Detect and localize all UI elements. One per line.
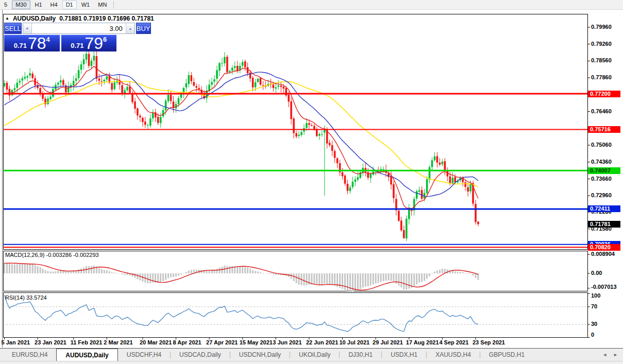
- one-click-trading-panel: SELL ▼ ▲ BUY 0.71 78 4 0.71 79 6: [4, 23, 116, 51]
- hline-price-label: 0.75716: [588, 126, 620, 133]
- buy-price-box[interactable]: 0.71 79 6: [61, 34, 117, 51]
- hline-price-label: 0.70820: [588, 244, 620, 251]
- price-tick-label: 0.79260: [591, 41, 612, 47]
- date-tick-label: 3 Jun 2021: [273, 339, 301, 345]
- rsi-indicator-label: RSI(14) 33.5724: [5, 294, 47, 301]
- macd-axis-label: -0.007013: [591, 284, 617, 290]
- timeframe-button-5[interactable]: 5: [1, 1, 11, 9]
- chart-tab-gbpusd-h1[interactable]: GBPUSD,H1: [480, 349, 533, 361]
- timeframe-toolbar: 5M30H1H4D1W1MN: [0, 0, 623, 10]
- date-tick-label: 23 Sep 2021: [473, 339, 505, 345]
- date-tick-label: 20 Mar 2021: [140, 339, 172, 345]
- sell-price-big: 78: [28, 36, 46, 51]
- volume-decrease-icon[interactable]: ▼: [23, 23, 32, 33]
- sell-price-prefix: 0.71: [14, 42, 27, 49]
- date-tick-label: 4 Sep 2021: [439, 339, 468, 345]
- date-tick-label: 8 Apr 2021: [173, 339, 201, 345]
- chart-tab-usdcnh-daily[interactable]: USDCNH,Daily: [230, 349, 290, 361]
- chart-tab-usdcad-daily[interactable]: USDCAD,Daily: [171, 349, 230, 361]
- chart-tab-usdchf-h4[interactable]: USDCHF,H4: [118, 349, 170, 361]
- chart-plot[interactable]: [0, 0, 623, 364]
- price-tick-label: 0.79960: [591, 24, 612, 30]
- price-tick-label: 0.72960: [591, 192, 612, 198]
- macd-axis-label: 0.008904: [591, 251, 615, 257]
- volume-spinner: ▼ ▲: [23, 23, 135, 34]
- chart-tab-ukoil-daily[interactable]: UKOil,Daily: [290, 349, 339, 361]
- date-tick-label: 29 Jul 2021: [373, 339, 403, 345]
- chart-tab-eurusd-h4[interactable]: EURUSD,H4: [3, 349, 56, 361]
- timeframe-button-m30[interactable]: M30: [12, 1, 30, 9]
- chart-title-bar: ▲ AUDUSD,Daily 0.71881 0.71919 0.71696 0…: [5, 15, 154, 22]
- volume-input[interactable]: [32, 23, 126, 33]
- sell-price-box[interactable]: 0.71 78 4: [4, 34, 60, 51]
- sell-price-pipette: 4: [46, 36, 50, 43]
- status-bar: [0, 361, 623, 364]
- sell-button[interactable]: SELL: [4, 23, 22, 34]
- buy-price-pipette: 6: [103, 36, 107, 43]
- price-tick-label: 0.73660: [591, 176, 612, 182]
- chart-tab-dj30-h1[interactable]: DJ30,H1: [340, 349, 381, 361]
- price-tick-label: 0.77860: [591, 74, 612, 80]
- chart-tab-audusd-daily[interactable]: AUDUSD,Daily: [56, 349, 117, 361]
- price-tick-label: 0.76460: [591, 108, 612, 114]
- terminal-window: 5M30H1H4D1W1MN ▲ AUDUSD,Daily 0.71881 0.…: [0, 0, 623, 364]
- symbol-tab-bar: EURUSD,H4AUDUSD,DailyUSDCHF,H4USDCAD,Dai…: [0, 348, 623, 361]
- date-tick-label: 27 Apr 2021: [206, 339, 238, 345]
- collapse-panel-icon[interactable]: ▲: [5, 16, 9, 21]
- hline-price-label: 0.74007: [588, 167, 620, 174]
- date-tick-label: 2 Mar 2021: [104, 339, 132, 345]
- chart-tab-usdx-h1[interactable]: USDX,H1: [382, 349, 426, 361]
- timeframe-button-h4[interactable]: H4: [47, 1, 61, 9]
- chart-tab-xauusd-h4[interactable]: XAUUSD,H4: [427, 349, 480, 361]
- date-tick-label: 10 Jul 2021: [340, 339, 370, 345]
- buy-price-big: 79: [85, 36, 103, 51]
- date-tick-label: 17 Aug 2021: [406, 339, 439, 345]
- timeframe-button-mn[interactable]: MN: [94, 1, 110, 9]
- rsi-axis-label: 100: [591, 292, 600, 299]
- toolbar-separator: [113, 1, 114, 8]
- buy-button[interactable]: BUY: [136, 23, 151, 34]
- macd-indicator-label: MACD(12,26,9) -0.003286 -0.002293: [5, 252, 99, 258]
- price-tick-label: 0.74360: [591, 159, 612, 165]
- volume-increase-icon[interactable]: ▲: [126, 23, 134, 33]
- date-tick-label: 23 Jan 2021: [35, 339, 66, 345]
- current-price-label: 0.71781: [588, 221, 620, 228]
- timeframe-button-d1[interactable]: D1: [62, 1, 77, 9]
- price-tick-label: 0.78560: [591, 57, 612, 63]
- chart-symbol-title: AUDUSD,Daily: [13, 15, 56, 22]
- timeframe-button-w1[interactable]: W1: [78, 1, 94, 9]
- hline-price-label: 0.72411: [588, 205, 620, 212]
- rsi-axis-label: 0: [591, 332, 594, 338]
- macd-axis-label: 0.00: [591, 270, 602, 276]
- chart-ohlc-values: 0.71881 0.71919 0.71696 0.71781: [59, 15, 154, 22]
- rsi-axis-label: 70: [591, 303, 597, 309]
- tabs-scroll-left-icon[interactable]: ◄: [602, 352, 607, 357]
- timeframe-button-h1[interactable]: H1: [31, 1, 46, 9]
- tabs-scroll-right-icon[interactable]: ►: [613, 352, 618, 357]
- date-tick-label: 15 May 2021: [240, 339, 273, 345]
- price-tick-label: 0.75060: [591, 142, 612, 148]
- date-tick-label: 11 Feb 2021: [71, 339, 103, 345]
- buy-price-prefix: 0.71: [71, 42, 83, 49]
- date-tick-label: 5 Jan 2021: [2, 339, 30, 345]
- rsi-axis-label: 30: [591, 321, 597, 327]
- date-tick-label: 22 Jun 2021: [306, 339, 338, 345]
- hline-price-label: 0.77200: [588, 91, 620, 97]
